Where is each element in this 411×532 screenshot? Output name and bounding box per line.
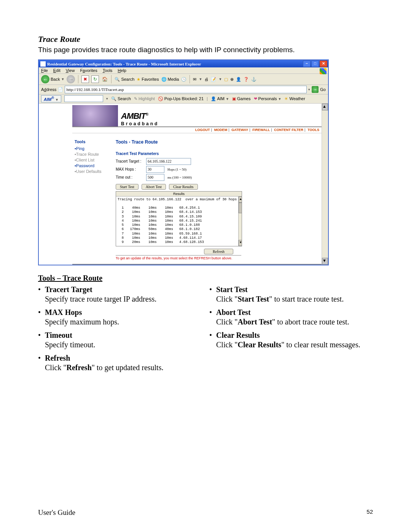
aim-search-button[interactable]: 🔍 Search	[111, 96, 131, 101]
aim-logo[interactable]: AIM® ▼	[41, 95, 61, 102]
forward-button[interactable]: →	[67, 75, 75, 83]
sidebar-item-userdefaults[interactable]: •User Defaults	[75, 169, 116, 174]
brand-banner: AMBIT® Broadband	[72, 104, 322, 127]
media-label: Media	[168, 77, 179, 81]
abort-test-button[interactable]: Abort Test	[142, 184, 166, 190]
toolbar: ← Back ▼ → ✖ ↻ 🏠 🔍 Search ★ Favorites 🌐	[39, 74, 328, 85]
footer-left: User's Guide	[38, 508, 75, 517]
aim-weather[interactable]: ☀ Weather	[284, 96, 305, 101]
favorites-button[interactable]: ★ Favorites	[137, 77, 159, 82]
timeout-input[interactable]	[146, 174, 164, 181]
tab-content-filter[interactable]: CONTENT FILTER	[274, 128, 303, 132]
print-icon[interactable]: 🖨	[204, 77, 209, 81]
tab-gateway[interactable]: GATEWAY	[231, 128, 248, 132]
menu-help[interactable]: Help	[118, 68, 126, 73]
section-title: Trace Route	[38, 34, 373, 44]
menu-view[interactable]: View	[66, 68, 75, 73]
menu-file[interactable]: File	[41, 68, 48, 73]
search-button[interactable]: 🔍 Search	[115, 77, 134, 82]
aim-search-combo[interactable]	[64, 95, 103, 102]
form-subheading: Tracert Test Parameters	[116, 152, 322, 156]
page-title: Tools - Trace Route	[116, 139, 322, 145]
minimize-button[interactable]: –	[303, 61, 311, 67]
doc-list-right: Start TestClick "Start Test" to start tr…	[209, 285, 373, 350]
help-icon[interactable]: ❓	[244, 77, 249, 82]
window-title: Residential Gateway Configuration: Tools…	[47, 62, 303, 66]
refresh-results-button[interactable]: Refresh	[204, 249, 233, 254]
doc-item: RefreshClick "Refresh" to get updated re…	[38, 353, 202, 372]
results-output: Tracing route to 64.105.166.122 over a m…	[116, 197, 238, 246]
sidebar: Tools •Ping •Trace Route •Client List •P…	[72, 139, 116, 260]
refresh-button[interactable]: ↻	[91, 75, 99, 83]
menubar: File Edit View Favorites Tools Help	[39, 67, 328, 74]
form-area: Tools - Trace Route Tracert Test Paramet…	[116, 139, 322, 260]
address-dropdown[interactable]: ▾	[308, 88, 310, 91]
aim-personals[interactable]: ❤ Personals ▼	[254, 96, 282, 101]
research-icon[interactable]: ⊕	[230, 77, 234, 82]
doc-item: Clear ResultsClick "Clear Results" to cl…	[209, 331, 373, 350]
menu-favorites[interactable]: Favorites	[80, 68, 97, 73]
close-button[interactable]: ✕	[320, 61, 327, 67]
sidebar-item-traceroute[interactable]: •Trace Route	[75, 152, 116, 157]
hops-input[interactable]	[146, 166, 164, 173]
extra-icon[interactable]: ⚓	[251, 77, 256, 82]
scroll-up-icon[interactable]: ▲	[239, 197, 242, 203]
scroll-down-icon[interactable]: ▼	[322, 258, 328, 265]
maximize-button[interactable]: □	[311, 61, 319, 67]
mail-icon[interactable]: ✉	[193, 77, 196, 82]
ie-icon	[40, 61, 46, 67]
back-button[interactable]: ← Back ▼	[41, 75, 64, 83]
home-button[interactable]: 🏠	[101, 76, 108, 83]
window-titlebar: Residential Gateway Configuration: Tools…	[39, 60, 328, 67]
aim-highlight[interactable]: ✎ Highlight	[134, 96, 155, 101]
scroll-up-icon[interactable]: ▲	[322, 104, 328, 110]
clear-results-button[interactable]: Clear Results	[169, 184, 198, 190]
tab-firewall[interactable]: FIREWALL	[252, 128, 270, 132]
doc-list-left: Tracert TargetSpecify trace route target…	[38, 285, 202, 350]
search-label: Search	[121, 77, 134, 81]
page-footer: User's Guide 52	[38, 508, 373, 517]
windows-flag-icon	[320, 68, 327, 74]
stop-button[interactable]: ✖	[81, 75, 89, 83]
sidebar-item-clientlist[interactable]: •Client List	[75, 158, 116, 162]
aim-aim[interactable]: 👤 AIM ▼	[211, 96, 229, 101]
start-test-button[interactable]: Start Test	[116, 184, 139, 190]
tab-logout[interactable]: LOGOUT	[195, 128, 210, 132]
star-icon: ★	[137, 77, 140, 82]
chevron-down-icon: ▼	[61, 77, 64, 81]
target-input[interactable]	[146, 158, 191, 165]
aim-popups[interactable]: 🚫 Pop-Ups Blocked: 21	[158, 96, 204, 101]
edit-icon[interactable]: 📝	[211, 77, 216, 82]
messenger-icon[interactable]: 👤	[236, 77, 241, 82]
media-button[interactable]: 🌐 Media	[161, 77, 179, 82]
aim-games[interactable]: ▣ Games	[232, 96, 251, 101]
scroll-down-icon[interactable]: ▼	[239, 240, 242, 246]
menu-edit[interactable]: Edit	[53, 68, 61, 73]
brand-sub: Broadband	[121, 121, 159, 126]
section-description: This page provides trace route diagnosti…	[38, 46, 373, 54]
sidebar-item-password[interactable]: •Password	[75, 163, 116, 168]
page-icon: 📄	[58, 87, 63, 92]
sidebar-item-ping[interactable]: •Ping	[75, 146, 116, 151]
timeout-label: Time out :	[116, 175, 146, 179]
doc-item: TimeoutSpecify timeout.	[38, 331, 202, 350]
tab-modem[interactable]: MODEM	[214, 128, 228, 132]
results-box: Results Tracing route to 64.105.166.122 …	[116, 191, 242, 246]
results-scrollbar[interactable]: ▲ ▼	[238, 197, 242, 246]
page-number: 52	[366, 508, 373, 517]
aim-toolbar: AIM® ▼ ▾ 🔍 Search ✎ Highlight 🚫 Pop-Ups …	[39, 94, 328, 104]
history-button[interactable]: 🕓	[181, 77, 186, 82]
search-icon: 🔍	[115, 77, 120, 82]
refresh-note: To get an update of the results, you mus…	[116, 255, 241, 260]
go-label: Go	[320, 87, 326, 92]
go-button[interactable]: →	[312, 86, 319, 93]
hops-hint: Hops (1 ~ 50)	[167, 168, 186, 171]
brand-name: AMBIT®	[121, 111, 159, 121]
address-input[interactable]	[65, 86, 307, 93]
discuss-icon[interactable]: ▢	[224, 77, 228, 82]
menu-tools[interactable]: Tools	[103, 68, 113, 73]
doc-list-after: RefreshClick "Refresh" to get updated re…	[38, 353, 202, 372]
tab-tools[interactable]: TOOLS	[307, 128, 319, 132]
doc-item: Start TestClick "Start Test" to start tr…	[209, 285, 373, 304]
page-scrollbar[interactable]: ▲ ▼	[322, 104, 328, 265]
